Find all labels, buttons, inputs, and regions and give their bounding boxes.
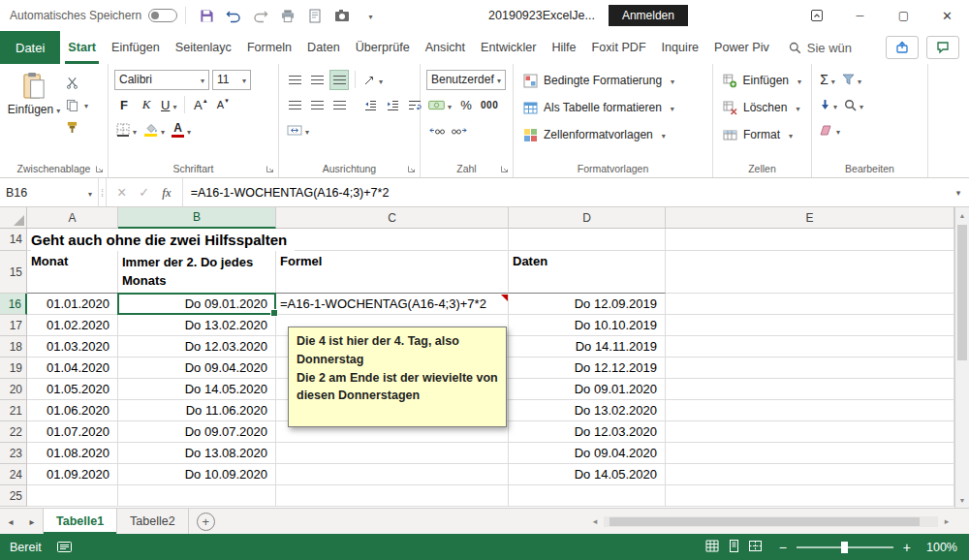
sheet-grid[interactable]: Die 4 ist hier der 4. Tag, also Donnerst… <box>0 207 969 508</box>
print-button[interactable] <box>275 3 300 28</box>
cell-B18[interactable]: Do 12.03.2020 <box>118 336 276 358</box>
select-all-corner[interactable] <box>0 207 27 229</box>
format-painter-button[interactable] <box>66 118 88 136</box>
horizontal-scrollbar[interactable] <box>588 509 969 534</box>
accounting-format-button[interactable] <box>426 95 453 115</box>
page-break-view-button[interactable] <box>749 540 762 555</box>
column-header-D[interactable]: D <box>509 207 666 229</box>
cell-C23[interactable] <box>276 443 509 464</box>
number-dialog-launcher[interactable] <box>498 163 510 174</box>
normal-view-button[interactable] <box>705 540 719 555</box>
cell-A24[interactable]: 01.09.2020 <box>27 464 118 485</box>
align-left-button[interactable] <box>285 95 304 115</box>
tab-ansicht[interactable]: Ansicht <box>418 31 473 64</box>
align-middle-button[interactable] <box>307 70 327 90</box>
cell-C14[interactable] <box>276 229 509 251</box>
cell-B25[interactable] <box>118 485 276 507</box>
column-header-C[interactable]: C <box>276 207 509 229</box>
tab-einfugen[interactable]: Einfügen <box>104 31 168 64</box>
zoom-slider-thumb[interactable] <box>841 542 848 553</box>
cell-E18[interactable] <box>666 336 954 358</box>
sheet-tab-tabelle2[interactable]: Tabelle2 <box>117 509 189 534</box>
copy-button[interactable] <box>66 96 88 113</box>
cell-D18[interactable]: Do 14.11.2019 <box>509 336 666 358</box>
sort-filter-button[interactable] <box>840 70 863 90</box>
increase-decimal-button[interactable] <box>426 120 447 140</box>
cell-B15[interactable]: Immer der 2. Do jedes Monats <box>118 251 276 294</box>
save-button[interactable] <box>194 3 219 28</box>
cell-C15[interactable]: Formel <box>276 251 509 294</box>
hscroll-left-icon[interactable] <box>588 516 602 526</box>
cell-styles-button[interactable]: Zellenformatvorlagen <box>519 123 706 146</box>
tab-daten[interactable]: Daten <box>299 31 348 64</box>
align-center-button[interactable] <box>307 95 327 115</box>
cancel-entry-icon[interactable] <box>117 184 126 202</box>
tab-start[interactable]: Start <box>60 31 104 64</box>
row-header-16[interactable]: 16 <box>0 294 27 315</box>
horizontal-scrollbar-thumb[interactable] <box>610 517 920 526</box>
fill-button[interactable] <box>818 95 839 115</box>
tab-formeln[interactable]: Formeln <box>239 31 299 64</box>
cell-E22[interactable] <box>666 421 954 443</box>
print-preview-button[interactable] <box>302 3 328 28</box>
cell-C16[interactable]: =A16-1-WOCHENTAG(A16-4;3)+7*2 <box>276 294 509 315</box>
cell-C25[interactable] <box>276 485 509 507</box>
cell-A16[interactable]: 01.01.2020 <box>27 294 118 315</box>
number-format-select[interactable]: Benutzerdef <box>426 70 506 90</box>
autosave-toggle[interactable] <box>148 9 177 22</box>
cell-D21[interactable]: Do 13.02.2020 <box>509 400 666 421</box>
cell-D15[interactable]: Daten <box>509 251 666 294</box>
align-bottom-button[interactable] <box>329 70 349 90</box>
alignment-dialog-launcher[interactable] <box>405 163 417 174</box>
cell-E23[interactable] <box>666 443 954 464</box>
cell-D25[interactable] <box>509 485 666 507</box>
zoom-out-button[interactable] <box>779 540 787 555</box>
autosave-control[interactable]: Automatisches Speichern <box>10 9 177 22</box>
sheet-nav-previous-icon[interactable] <box>0 509 21 534</box>
cell-B24[interactable]: Do 10.09.2020 <box>118 464 276 485</box>
row-header-22[interactable]: 22 <box>0 421 27 443</box>
paste-button[interactable]: Einfügen <box>6 69 62 160</box>
row-header-17[interactable]: 17 <box>0 315 27 336</box>
maximize-button[interactable] <box>882 0 925 31</box>
comments-button[interactable] <box>926 36 959 59</box>
clipboard-dialog-launcher[interactable] <box>93 163 105 174</box>
decrease-font-size-button[interactable] <box>213 95 233 115</box>
cell-A25[interactable] <box>27 485 118 507</box>
format-cells-button[interactable]: Format <box>719 123 805 146</box>
delete-cells-button[interactable]: Löschen <box>719 96 805 119</box>
redo-button[interactable] <box>248 3 273 28</box>
cell-B20[interactable]: Do 14.05.2020 <box>118 379 276 400</box>
tell-me-search[interactable]: Sie wün <box>789 31 852 64</box>
tab-power-piv[interactable]: Power Piv <box>706 31 777 64</box>
formula-input[interactable]: =A16-1-WOCHENTAG(A16-4;3)+7*2 <box>183 178 948 206</box>
zoom-in-button[interactable] <box>903 540 911 555</box>
hscroll-track[interactable] <box>604 516 938 527</box>
decrease-decimal-button[interactable] <box>450 120 470 140</box>
clear-button[interactable] <box>818 120 842 140</box>
name-box-resize-grip[interactable] <box>98 178 107 206</box>
cell-D24[interactable]: Do 14.05.2020 <box>509 464 666 485</box>
cell-D17[interactable]: Do 10.10.2019 <box>509 315 666 336</box>
zoom-level[interactable]: 100% <box>921 541 957 554</box>
conditional-formatting-button[interactable]: Bedingte Formatierung <box>519 69 706 92</box>
merge-center-button[interactable] <box>285 120 311 140</box>
zoom-slider[interactable] <box>797 546 893 548</box>
column-header-A[interactable]: A <box>27 207 118 229</box>
confirm-entry-icon[interactable] <box>139 185 149 200</box>
align-top-button[interactable] <box>285 70 304 90</box>
sheet-nav-next-icon[interactable] <box>21 509 43 534</box>
scroll-up-icon[interactable] <box>955 207 969 223</box>
tab-hilfe[interactable]: Hilfe <box>544 31 583 64</box>
cell-E20[interactable] <box>666 379 954 400</box>
cell-E16[interactable] <box>666 294 954 315</box>
cell-A20[interactable]: 01.05.2020 <box>27 379 118 400</box>
sign-in-button[interactable]: Anmelden <box>609 5 688 26</box>
align-right-button[interactable] <box>329 95 349 115</box>
font-name-select[interactable]: Calibri <box>114 70 209 90</box>
cell-E17[interactable] <box>666 315 954 336</box>
cell-A15[interactable]: Monat <box>27 251 118 294</box>
column-header-B[interactable]: B <box>118 207 276 229</box>
bold-button[interactable]: F <box>114 95 134 115</box>
cell-A22[interactable]: 01.07.2020 <box>27 421 118 443</box>
